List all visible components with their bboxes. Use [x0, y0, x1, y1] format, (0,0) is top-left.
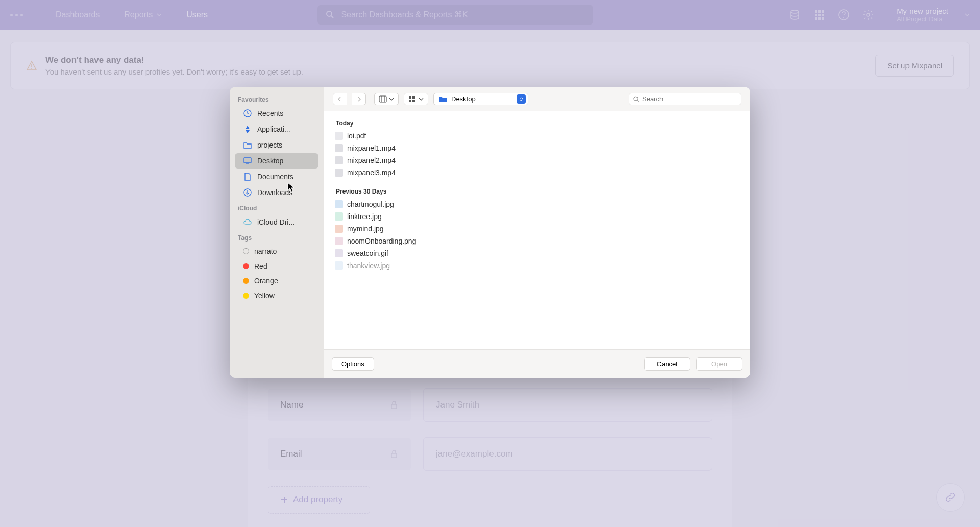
stepper-icon [517, 94, 526, 104]
file-columns: Today loi.pdf mixpanel1.mp4 mixpanel2.mp… [324, 111, 750, 349]
chevron-right-icon [356, 97, 361, 102]
pdf-icon [335, 132, 343, 140]
svg-rect-18 [244, 158, 251, 163]
search-icon [633, 96, 639, 102]
video-icon [335, 144, 343, 152]
sidebar-applications-label: Applicati... [257, 125, 290, 133]
tag-red-label: Red [254, 262, 267, 270]
svg-rect-21 [409, 96, 411, 99]
sidebar-projects-label: projects [257, 141, 282, 149]
file-name: sweatcoin.gif [347, 249, 388, 257]
tags-section-label: Tags [230, 230, 324, 244]
location-selector[interactable]: Desktop [433, 93, 528, 105]
image-icon [335, 249, 343, 257]
svg-rect-20 [379, 96, 386, 102]
sidebar-documents-label: Documents [257, 173, 293, 181]
file-item[interactable]: mixpanel3.mp4 [324, 166, 501, 179]
file-name: mymind.jpg [347, 225, 384, 233]
file-name: mixpanel3.mp4 [347, 169, 396, 177]
dialog-search[interactable] [629, 93, 741, 105]
file-item[interactable]: mixpanel1.mp4 [324, 142, 501, 154]
dialog-sidebar: Favourites Recents Applicati... projects… [230, 87, 324, 378]
sidebar-item-desktop[interactable]: Desktop [235, 153, 318, 169]
sidebar-item-icloud-drive[interactable]: iCloud Dri... [235, 214, 318, 230]
section-previous: Previous 30 Days [324, 185, 501, 198]
file-item[interactable]: mixpanel2.mp4 [324, 154, 501, 166]
file-name: mixpanel1.mp4 [347, 144, 396, 152]
view-columns-button[interactable] [374, 93, 399, 105]
svg-rect-22 [412, 96, 415, 99]
sidebar-item-documents[interactable]: Documents [235, 169, 318, 184]
video-icon [335, 156, 343, 164]
location-label: Desktop [451, 95, 512, 103]
sidebar-item-recents[interactable]: Recents [235, 106, 318, 121]
tag-yellow-label: Yellow [254, 292, 275, 300]
sidebar-item-projects[interactable]: projects [235, 137, 318, 153]
view-grid-button[interactable] [404, 93, 428, 105]
image-icon [335, 237, 343, 245]
sidebar-item-applications[interactable]: Applicati... [235, 122, 318, 137]
file-item[interactable]: linktree.jpg [324, 210, 501, 223]
image-icon [335, 200, 343, 208]
section-today: Today [324, 116, 501, 130]
tag-narrato-label: narrato [254, 247, 277, 255]
chevron-down-icon [389, 97, 394, 102]
dialog-main: Desktop Today loi.pdf mixpanel1.mp4 mix [324, 87, 750, 378]
file-column-empty [501, 111, 750, 349]
clock-icon [243, 109, 252, 118]
options-button[interactable]: Options [332, 357, 374, 371]
tag-orange-label: Orange [254, 277, 278, 285]
icloud-section-label: iCloud [230, 201, 324, 214]
file-name: noomOnboarding.png [347, 237, 416, 245]
sidebar-tag-orange[interactable]: Orange [235, 274, 318, 288]
folder-icon [439, 95, 447, 103]
tag-red-icon [243, 263, 249, 269]
nav-back-button[interactable] [333, 93, 347, 105]
mouse-cursor-icon [287, 182, 296, 193]
file-item[interactable]: mymind.jpg [324, 223, 501, 235]
file-name: chartmogul.jpg [347, 200, 394, 208]
sidebar-item-downloads[interactable]: Downloads [235, 185, 318, 200]
dialog-bottom-bar: Options Cancel Open [324, 349, 750, 378]
file-name: thankview.jpg [347, 261, 390, 270]
open-button[interactable]: Open [696, 357, 742, 371]
file-name: linktree.jpg [347, 212, 382, 221]
sidebar-recents-label: Recents [257, 109, 283, 117]
sidebar-tag-yellow[interactable]: Yellow [235, 289, 318, 303]
file-item[interactable]: loi.pdf [324, 130, 501, 142]
sidebar-icloud-label: iCloud Dri... [257, 218, 295, 226]
dialog-toolbar: Desktop [324, 87, 750, 111]
tag-empty-icon [243, 248, 249, 254]
tag-yellow-icon [243, 293, 249, 299]
app-icon [243, 125, 252, 134]
dialog-search-input[interactable] [642, 95, 737, 103]
file-column: Today loi.pdf mixpanel1.mp4 mixpanel2.mp… [324, 111, 501, 349]
grid-icon [408, 95, 416, 103]
sidebar-tag-red[interactable]: Red [235, 259, 318, 273]
image-icon [335, 261, 343, 270]
file-name: loi.pdf [347, 132, 366, 140]
sidebar-desktop-label: Desktop [257, 157, 283, 165]
file-item[interactable]: chartmogul.jpg [324, 198, 501, 210]
cancel-button[interactable]: Cancel [644, 357, 690, 371]
sidebar-tag-narrato[interactable]: narrato [235, 244, 318, 258]
download-icon [243, 188, 252, 197]
favourites-section-label: Favourites [230, 92, 324, 105]
image-icon [335, 225, 343, 233]
svg-point-25 [634, 97, 638, 100]
file-item[interactable]: sweatcoin.gif [324, 247, 501, 259]
desktop-icon [243, 156, 252, 165]
nav-forward-button[interactable] [352, 93, 366, 105]
file-item[interactable]: thankview.jpg [324, 259, 501, 272]
folder-icon [243, 140, 252, 150]
file-name: mixpanel2.mp4 [347, 156, 396, 164]
video-icon [335, 169, 343, 177]
svg-rect-23 [409, 100, 411, 102]
svg-rect-24 [412, 100, 415, 102]
file-open-dialog: Favourites Recents Applicati... projects… [230, 87, 750, 378]
chevron-down-icon [419, 97, 424, 102]
chevron-left-icon [337, 97, 342, 102]
cloud-icon [243, 218, 252, 227]
file-item[interactable]: noomOnboarding.png [324, 235, 501, 247]
tag-orange-icon [243, 278, 249, 284]
